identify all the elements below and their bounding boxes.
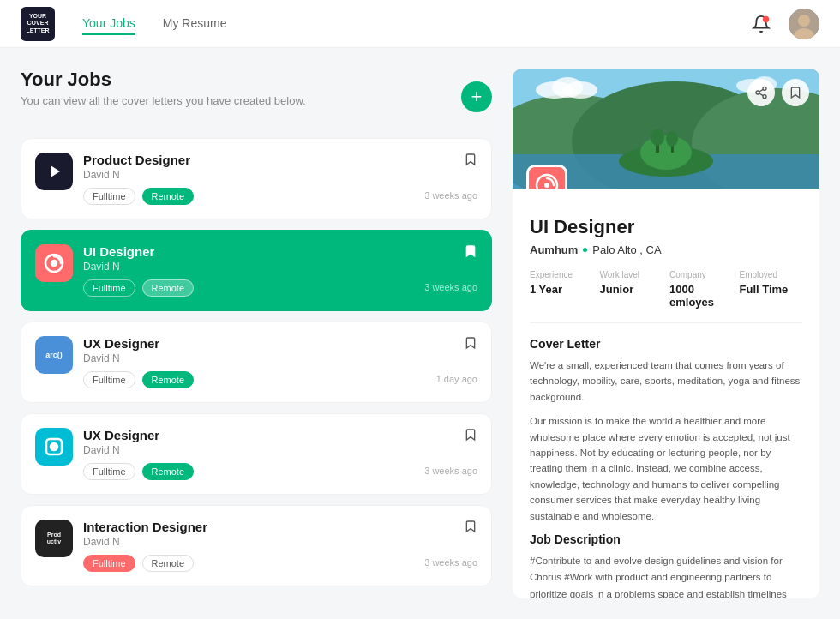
job-list: Product Designer David N FulltimeRemote … — [21, 138, 492, 586]
bookmark-detail-button[interactable] — [782, 79, 809, 106]
stat-label: Experience — [530, 270, 593, 279]
job-logo: Productiv — [35, 520, 73, 557]
stat-item: Company 1000 emloyes — [669, 270, 733, 309]
job-info: UX Designer David N FulltimeRemote — [83, 336, 426, 388]
add-job-button[interactable]: + — [461, 81, 492, 112]
company-name: Aumhum — [530, 243, 578, 256]
job-title: Interaction Designer — [83, 520, 414, 534]
job-detail-panel: UI Designer Aumhum Palo Alto , CA Experi… — [513, 69, 819, 598]
job-logo — [35, 153, 73, 190]
company-logo-overlay — [526, 165, 567, 189]
stat-value: Full Time — [740, 283, 803, 296]
job-description-content: #Contribute to and evolve design guideli… — [530, 553, 802, 598]
job-desc-section-title: Job Description — [530, 532, 802, 546]
job-card-right: 1 day ago — [436, 336, 477, 384]
job-card-right: 3 weeks ago — [424, 153, 477, 201]
job-title: UX Designer — [83, 428, 414, 442]
detail-company-location: Aumhum Palo Alto , CA — [530, 243, 802, 256]
svg-point-0 — [763, 15, 769, 21]
svg-point-22 — [563, 81, 597, 99]
company-location: Palo Alto , CA — [592, 243, 661, 256]
svg-line-30 — [759, 93, 764, 96]
job-tag: Fulltime — [83, 463, 135, 480]
stat-label: Work lavel — [600, 270, 663, 279]
detail-stats: Experience 1 Year Work lavel Junior Comp… — [530, 270, 802, 323]
svg-point-27 — [763, 87, 766, 90]
job-card-5[interactable]: Productiv Interaction Designer David N F… — [21, 505, 492, 586]
job-bookmark-icon[interactable] — [464, 244, 477, 261]
svg-line-31 — [759, 89, 764, 92]
job-info: Interaction Designer David N FulltimeRem… — [83, 520, 414, 572]
job-time: 3 weeks ago — [424, 557, 477, 568]
svg-point-2 — [798, 15, 810, 27]
stat-value: Junior — [600, 283, 663, 296]
cover-letter-section-title: Cover Letter — [530, 337, 802, 351]
job-card-2[interactable]: UI Designer David N FulltimeRemote 3 wee… — [21, 230, 492, 311]
job-tag: Remote — [142, 371, 195, 388]
notification-bell[interactable] — [747, 10, 775, 38]
detail-job-title: UI Designer — [530, 216, 802, 238]
job-tag: Fulltime — [83, 371, 135, 388]
job-hero-image — [513, 69, 819, 189]
job-card-3[interactable]: arc() UX Designer David N FulltimeRemote… — [21, 322, 492, 403]
panel-titles: Your Jobs You can view all the cover let… — [21, 69, 306, 124]
job-tag: Remote — [142, 188, 195, 205]
stat-item: Experience 1 Year — [530, 270, 593, 309]
page-title: Your Jobs — [21, 69, 306, 91]
stat-value: 1 Year — [530, 283, 593, 296]
job-author: David N — [83, 261, 414, 273]
job-bookmark-icon[interactable] — [464, 153, 477, 170]
separator-dot — [583, 248, 587, 252]
job-card-1[interactable]: Product Designer David N FulltimeRemote … — [21, 138, 492, 219]
svg-point-8 — [51, 443, 57, 450]
hero-actions — [747, 79, 809, 106]
job-info: UX Designer David N FulltimeRemote — [83, 428, 414, 480]
job-title: UI Designer — [83, 244, 414, 259]
header: YOUR COVER LETTER Your Jobs My Resume — [0, 0, 840, 48]
main-content: Your Jobs You can view all the cover let… — [0, 48, 840, 619]
job-tags: FulltimeRemote — [83, 279, 414, 297]
nav-your-jobs[interactable]: Your Jobs — [82, 13, 135, 35]
panel-header: Your Jobs You can view all the cover let… — [21, 69, 492, 124]
job-bookmark-icon[interactable] — [464, 428, 477, 445]
detail-content: UI Designer Aumhum Palo Alto , CA Experi… — [513, 189, 819, 598]
job-author: David N — [83, 536, 414, 548]
main-nav: Your Jobs My Resume — [82, 13, 747, 35]
job-tag: Fulltime — [83, 188, 135, 205]
job-card-right: 3 weeks ago — [424, 520, 477, 568]
job-author: David N — [83, 444, 414, 456]
job-logo — [35, 428, 73, 466]
job-tag: Remote — [142, 463, 195, 480]
job-tags: FulltimeRemote — [83, 463, 414, 480]
job-card-right: 3 weeks ago — [424, 428, 477, 476]
stat-item: Employed Full Time — [740, 270, 803, 309]
svg-point-6 — [51, 261, 57, 266]
job-card-right: 3 weeks ago — [424, 244, 477, 292]
job-title: Product Designer — [83, 153, 414, 167]
nav-my-resume[interactable]: My Resume — [163, 13, 227, 35]
svg-point-29 — [763, 95, 766, 99]
app-logo: YOUR COVER LETTER — [21, 7, 55, 41]
svg-point-15 — [640, 135, 692, 170]
job-logo — [35, 244, 73, 282]
job-tags: FulltimeRemote — [83, 371, 426, 388]
job-bookmark-icon[interactable] — [464, 520, 477, 537]
header-right — [747, 9, 819, 39]
stat-label: Employed — [740, 270, 803, 279]
job-author: David N — [83, 352, 426, 364]
job-bookmark-icon[interactable] — [464, 336, 477, 353]
job-card-4[interactable]: UX Designer David N FulltimeRemote 3 wee… — [21, 413, 492, 495]
share-button[interactable] — [747, 79, 775, 106]
cover-letter-paragraph: Our mission is to make the world a healt… — [530, 413, 802, 524]
svg-point-28 — [756, 91, 759, 94]
job-time: 3 weeks ago — [424, 282, 477, 292]
cover-letter-content: We're a small, experienced team that com… — [530, 358, 802, 524]
stat-label: Company — [669, 270, 733, 279]
job-time: 3 weeks ago — [424, 190, 477, 201]
job-tag: Fulltime — [83, 279, 135, 297]
user-avatar[interactable] — [789, 9, 819, 39]
svg-point-26 — [544, 183, 549, 188]
svg-point-17 — [651, 129, 664, 146]
job-tag: Remote — [142, 555, 195, 572]
page-subtitle: You can view all the cover letters you h… — [21, 94, 306, 107]
